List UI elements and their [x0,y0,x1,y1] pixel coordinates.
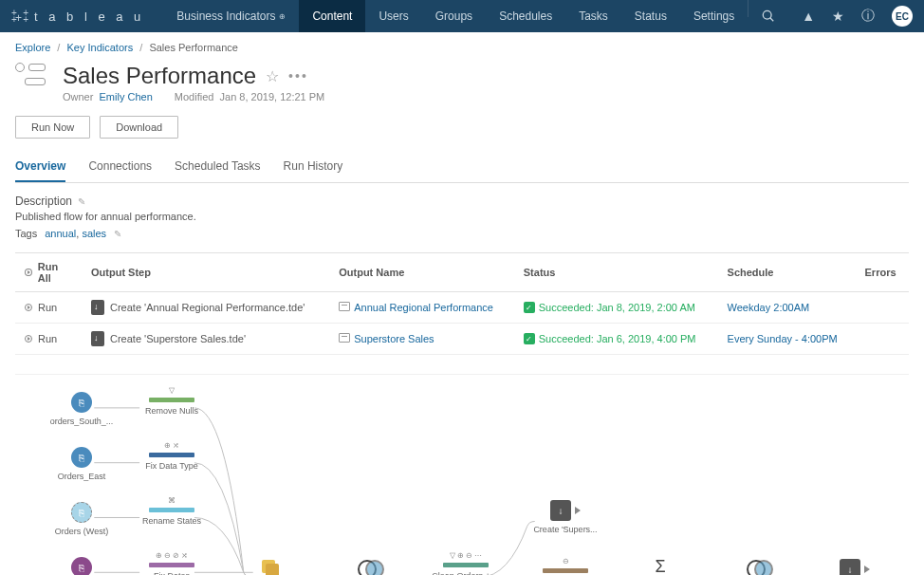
breadcrumb-current: Sales Performance [149,42,238,53]
download-button[interactable]: Download [100,116,178,139]
join-icon [747,560,773,575]
tags-label: Tags [15,228,37,239]
flow-graph[interactable]: ⎘ orders_South_... ⎘ Orders_East ⎘ Order… [15,374,909,575]
status-link[interactable]: Succeeded: Jan 8, 2019, 2:00 AM [539,302,695,313]
nav-status[interactable]: Status [621,0,680,32]
description-label: Description [15,195,72,208]
search-button[interactable] [748,0,788,32]
run-row-icon[interactable] [25,304,32,311]
node-all-orders[interactable]: All Orders [233,560,309,575]
datasource-icon [339,333,350,343]
node-quota-orders[interactable]: Quota + Orders [722,560,798,575]
node-orders-central[interactable]: ⎘ Orders (Central) [44,557,120,575]
node-clean-orders[interactable]: ▽ ⊕ ⊖ ⋯ Clean Orders + ... [428,551,504,575]
node-create-supers[interactable]: ↓ Create 'Supers... [527,500,603,534]
table-row: Run Create 'Superstore Sales.tde' Supers… [15,324,909,355]
node-find-order-year[interactable]: ⊖ Find Order Year [527,557,603,575]
page-title: Sales Performance [63,63,256,89]
output-file-icon [91,300,104,315]
schedule-link[interactable]: Weekday 2:00AM [728,302,810,313]
edit-description-icon[interactable]: ✎ [78,196,85,207]
modified-value: Jan 8, 2019, 12:21 PM [220,91,325,102]
col-status[interactable]: Status [514,253,718,292]
datasource-icon [339,302,350,311]
node-fix-data-type[interactable]: ⊕ ⤨ Fix Data Type [134,441,210,471]
nav-settings[interactable]: Settings [680,0,748,32]
svg-line-1 [770,18,774,22]
tab-run-history[interactable]: Run History [284,152,343,182]
modified-label: Modified [175,91,214,102]
breadcrumb-explore[interactable]: Explore [15,42,50,53]
success-icon: ✓ [524,333,535,344]
nav-content[interactable]: Content [299,0,365,32]
favorites-icon[interactable]: ★ [832,9,844,24]
chevron-down-icon: ⊕ [279,12,286,21]
join-icon [358,560,384,575]
nav-groups[interactable]: Groups [422,0,486,32]
alerts-icon[interactable]: ▲ [802,9,815,24]
union-icon [262,560,281,575]
nav-schedules[interactable]: Schedules [486,0,565,32]
flow-icon [15,63,49,89]
col-output-name[interactable]: Output Name [329,253,514,292]
owner-label: Owner [63,91,93,102]
node-orders-east[interactable]: ⎘ Orders_East [44,447,120,481]
node-remove-nulls[interactable]: ▽ Remove Nulls [134,386,210,416]
col-output-step[interactable]: Output Step [82,253,329,292]
breadcrumb: Explore / Key Indicators / Sales Perform… [15,42,909,53]
schedule-link[interactable]: Every Sunday - 4:00PM [728,333,838,344]
node-rename-states[interactable]: ⌘ Rename States [134,496,210,526]
tab-scheduled-tasks[interactable]: Scheduled Tasks [175,152,261,182]
node-fix-dates[interactable]: ⊕ ⊖ ⊘ ⤨ Fix Dates [134,551,210,575]
output-icon: ↓ [550,500,571,521]
edit-tags-icon[interactable]: ✎ [114,229,121,239]
run-row-icon[interactable] [25,335,32,343]
user-avatar[interactable]: EC [892,6,913,27]
node-orders-returns[interactable]: Orders + Returns [333,560,409,575]
logo[interactable]: + + + + + t a b l e a u [11,8,144,25]
play-icon[interactable] [575,507,581,514]
favorite-toggle[interactable]: ☆ [266,67,279,85]
aggregate-icon: Σ [622,557,698,575]
node-roll-up-sales[interactable]: Σ Roll Up Sales [622,557,698,575]
owner-link[interactable]: Emily Chen [100,91,153,102]
tag-sales[interactable]: sales [82,228,106,239]
run-now-button[interactable]: Run Now [15,116,90,139]
breadcrumb-key-indicators[interactable]: Key Indicators [66,42,133,53]
nav-tasks[interactable]: Tasks [565,0,621,32]
output-icon: ↓ [840,559,860,575]
play-icon[interactable] [864,566,870,573]
tag-annual[interactable]: annual [45,228,76,239]
more-actions[interactable]: ••• [288,68,308,83]
tab-connections[interactable]: Connections [88,152,152,182]
info-icon[interactable]: ⓘ [861,8,875,25]
description-text: Published flow for annual performance. [15,211,909,222]
node-orders-south[interactable]: ⎘ orders_South_... [44,392,120,426]
nav-users[interactable]: Users [365,0,421,32]
run-all-icon[interactable] [25,269,32,276]
output-link[interactable]: Superstore Sales [354,333,434,344]
col-errors[interactable]: Errors [856,253,909,292]
workspace-selector[interactable]: Business Indicators ⊕ [163,0,299,32]
node-orders-west[interactable]: ⎘ Orders (West) [44,502,120,536]
run-all-label[interactable]: Run All [38,261,72,284]
table-row: Run Create 'Annual Regional Performance.… [15,292,909,324]
success-icon: ✓ [524,302,535,313]
search-icon [762,9,775,23]
output-link[interactable]: Annual Regional Performance [354,302,493,313]
node-create-annual[interactable]: ↓ Create 'Annual ... [817,559,893,575]
output-file-icon [91,331,104,346]
status-link[interactable]: Succeeded: Jan 6, 2019, 4:00 PM [539,333,696,344]
tab-overview[interactable]: Overview [15,152,65,182]
col-schedule[interactable]: Schedule [718,253,856,292]
logo-text: t a b l e a u [34,9,144,24]
